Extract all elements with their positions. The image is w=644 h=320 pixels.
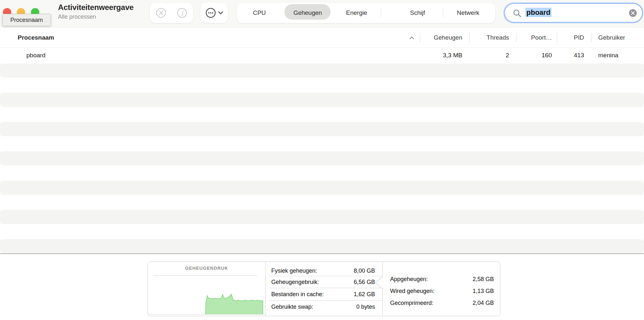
stat-label: Wired geheugen:: [390, 288, 434, 295]
stat-value: 2,58 GB: [473, 276, 494, 283]
stat-label: Gebruikte swap:: [271, 304, 313, 310]
tab-separator: [443, 8, 443, 17]
tab-geheugen[interactable]: Geheugen: [293, 3, 322, 23]
empty-row-stripe: [0, 181, 644, 195]
process-list: pboard 3,3 MB 2 160 413 menina: [0, 48, 644, 253]
empty-row-stripe: [0, 63, 644, 78]
search-focus-ring: pboard: [504, 3, 643, 23]
column-header-pid[interactable]: PID: [557, 28, 591, 48]
page-title: Activiteitenweergave: [58, 3, 134, 12]
stat-row: Geheugengebruik: 6,56 GB: [271, 276, 375, 288]
inspect-process-button[interactable]: i: [176, 6, 188, 19]
svg-text:i: i: [181, 9, 184, 17]
tab-separator: [381, 8, 381, 17]
activity-monitor-window: Activiteitenweergave Alle processen i: [0, 0, 644, 320]
ellipsis-circle-icon: [204, 6, 225, 19]
column-header-threads[interactable]: Threads: [469, 28, 516, 48]
process-user: menina: [591, 48, 644, 63]
more-options-button[interactable]: [204, 6, 225, 19]
column-header-poorten[interactable]: Poort…: [516, 28, 557, 48]
clear-search-button[interactable]: [629, 9, 637, 17]
panel-divider: [265, 262, 266, 316]
column-header-procesnaam[interactable]: Procesnaam: [18, 28, 54, 48]
more-options-group: [200, 3, 228, 23]
stat-value: 1,62 GB: [354, 291, 375, 298]
stat-label: Appgeheugen:: [390, 276, 428, 283]
column-tooltip: Procesnaam: [2, 14, 51, 26]
stat-value: 0 bytes: [356, 304, 375, 310]
page-subtitle: Alle processen: [58, 14, 96, 20]
chevron-down-icon: [219, 12, 223, 14]
view-tabs: CPU Geheugen Energie Schijf Netwerk: [237, 3, 495, 23]
process-pid: 413: [557, 48, 591, 63]
tab-netwerk[interactable]: Netwerk: [457, 3, 479, 23]
stat-value: 6,56 GB: [354, 279, 375, 286]
sort-ascending-icon: [409, 36, 415, 40]
column-header-gebruiker[interactable]: Gebruiker: [591, 28, 644, 48]
process-threads: 2: [469, 48, 516, 63]
tab-schijf[interactable]: Schijf: [410, 3, 425, 23]
column-header-geheugen[interactable]: Geheugen: [420, 28, 469, 48]
search-icon: [513, 9, 522, 18]
stat-label: Geheugengebruik:: [271, 279, 319, 286]
process-actions-group: i: [150, 3, 193, 23]
panel-divider: [382, 289, 383, 316]
process-memory: 3,3 MB: [420, 48, 469, 63]
stat-value: 2,04 GB: [473, 300, 494, 306]
clear-icon: [629, 9, 637, 17]
memory-pressure-area: [206, 294, 263, 315]
stat-label: Gecomprimeerd:: [390, 300, 433, 306]
stat-row: Bestanden in cache: 1,62 GB: [271, 288, 375, 300]
info-icon: i: [176, 6, 188, 19]
stop-octagon-icon: [155, 6, 168, 19]
empty-row-stripe: [0, 93, 644, 107]
stop-process-button[interactable]: [155, 6, 168, 19]
memory-stats-box: GEHEUGENDRUK Fysiek geheugen: 8,00 GB Ge…: [148, 261, 500, 316]
process-ports: 160: [516, 48, 557, 63]
stat-row: Wired geheugen: 1,13 GB: [390, 285, 494, 297]
stat-value: 1,13 GB: [473, 288, 494, 295]
stat-row: Fysiek geheugen: 8,00 GB: [271, 266, 375, 276]
empty-row-stripe: [0, 210, 644, 224]
process-name: pboard: [26, 48, 45, 63]
empty-row-stripe: [0, 122, 644, 136]
toolbar: Activiteitenweergave Alle processen i: [0, 0, 644, 27]
stat-label: Fysiek geheugen:: [271, 268, 317, 274]
empty-row-stripe: [0, 239, 644, 253]
memory-pressure-chart: [148, 276, 265, 315]
table-header: Procesnaam Geheugen Threads Poort… PID G…: [0, 28, 644, 48]
stat-row: Appgeheugen: 2,58 GB: [390, 273, 494, 285]
footer: GEHEUGENDRUK Fysiek geheugen: 8,00 GB Ge…: [0, 254, 644, 320]
table-row-pboard[interactable]: pboard 3,3 MB 2 160 413 menina: [0, 48, 644, 63]
tab-energie[interactable]: Energie: [346, 3, 367, 23]
stat-value: 8,00 GB: [354, 268, 375, 274]
search-value: pboard: [525, 8, 552, 17]
callout-notch: [374, 276, 384, 289]
stat-label: Bestanden in cache:: [271, 291, 324, 298]
search-input[interactable]: pboard: [505, 4, 642, 22]
stat-row: Gebruikte swap: 0 bytes: [271, 301, 375, 313]
empty-row-stripe: [0, 151, 644, 165]
panel-divider: [382, 262, 383, 277]
tab-cpu[interactable]: CPU: [253, 3, 266, 23]
stat-row: Gecomprimeerd: 2,04 GB: [390, 297, 494, 309]
memory-pressure-title: GEHEUGENDRUK: [148, 266, 265, 271]
